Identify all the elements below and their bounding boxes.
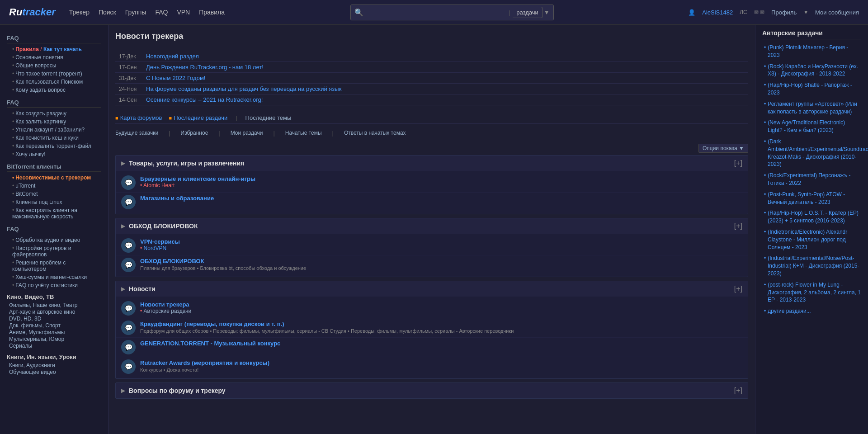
news-text[interactable]: Осенние конкурсы – 2021 на Rutracker.org… bbox=[142, 94, 748, 105]
latest-uploads-link[interactable]: ■ Последние раздачи bbox=[169, 114, 228, 121]
nav-tracker[interactable]: Трекер bbox=[69, 9, 90, 16]
news-text[interactable]: С Новым 2022 Годом! bbox=[142, 73, 748, 84]
nordvpn-link[interactable]: NordVPN bbox=[144, 245, 167, 251]
right-sidebar-item[interactable]: •(Punk) Plotnik Манагер - Берия - 2023 bbox=[762, 44, 861, 59]
future-downloads-link[interactable]: Будущие закачки bbox=[115, 130, 158, 137]
search-icon[interactable]: 🔍 bbox=[354, 8, 363, 17]
started-topics-link[interactable]: Начатые темы bbox=[285, 130, 322, 137]
section-plus-4-icon[interactable]: [+] bbox=[734, 387, 742, 395]
sidebar-utorrent[interactable]: •uTorrent bbox=[7, 182, 101, 189]
right-sidebar-item[interactable]: •Регламент группы «Артсовет» (Или как по… bbox=[762, 100, 861, 116]
sidebar-films[interactable]: Фильмы, Наше кино, Театр bbox=[9, 302, 101, 308]
favorites-link[interactable]: Избранное bbox=[181, 130, 208, 137]
author-upload-link[interactable]: (New Age/Traditional Electronic) Light? … bbox=[768, 119, 845, 133]
author-upload-link[interactable]: (Rap/Hip-Hop) Shatle - Рапортаж - 2023 bbox=[768, 82, 852, 96]
replies-link[interactable]: Ответы в начатых темах bbox=[344, 130, 406, 137]
author-upload-link[interactable]: (Rock) Карабас и НесуРазности (ех. ХЗ) -… bbox=[768, 63, 858, 77]
bypass-link[interactable]: ОБХОД БЛОКИРОВОК bbox=[140, 258, 204, 264]
forum-section-news-header[interactable]: ▶ Новости [+] bbox=[116, 281, 748, 297]
awards-link[interactable]: Rutracker Awards (мероприятия и конкурсы… bbox=[140, 359, 269, 366]
vpn-link[interactable]: VPN-сервисы bbox=[140, 238, 180, 245]
forum-map-link[interactable]: ■ Карта форумов bbox=[115, 114, 162, 121]
sidebar-create-upload[interactable]: •Как создать раздачу bbox=[7, 110, 101, 117]
sidebar-stats-faq[interactable]: •FAQ по учёту статистики bbox=[7, 282, 101, 289]
right-sidebar-item[interactable]: •(post-rock) Flower in My Lung - Дискогр… bbox=[762, 281, 861, 304]
sidebar-want-rank[interactable]: •Хочу лычку! bbox=[7, 151, 101, 158]
sidebar-audio-video[interactable]: •Обработка аудио и видео bbox=[7, 236, 101, 244]
nav-groups[interactable]: Группы bbox=[125, 9, 146, 16]
sidebar-whom-to-ask[interactable]: •Кому задать вопрос bbox=[7, 86, 101, 94]
sidebar-bitcomet[interactable]: •BitComet bbox=[7, 190, 101, 198]
right-sidebar-item[interactable]: •(Indietronica/Electronic) Alexandr Clay… bbox=[762, 228, 861, 251]
lc-link[interactable]: ЛС bbox=[740, 9, 747, 15]
options-button[interactable]: Опции показа ▼ bbox=[698, 144, 748, 153]
messages-link[interactable]: Мои сообщения bbox=[815, 9, 859, 16]
atomic-heart-link[interactable]: Atomic Heart bbox=[143, 182, 175, 189]
author-upload-link[interactable]: (Indietronica/Electronic) Alexandr Clays… bbox=[768, 229, 847, 250]
sidebar-dvd[interactable]: DVD, HD, 3D bbox=[9, 316, 101, 322]
section-plus-3-icon[interactable]: [+] bbox=[734, 285, 742, 293]
username-link[interactable]: AleSiS1482 bbox=[702, 9, 733, 16]
forum-section-goods-header[interactable]: ▶ Товары, услуги, игры и развлечения [+] bbox=[116, 156, 748, 171]
news-link[interactable]: Новогодний раздел bbox=[146, 53, 199, 60]
news-text[interactable]: Новогодний раздел bbox=[142, 51, 748, 62]
right-sidebar-item[interactable]: •(Industrial/Experimental/Noise/Post-Ind… bbox=[762, 255, 861, 277]
author-upload-link[interactable]: (post-rock) Flower in My Lung - Дискогра… bbox=[768, 282, 861, 303]
sidebar-books[interactable]: Книги, Аудиокниги bbox=[9, 362, 101, 368]
sidebar-rules-link[interactable]: •Правила / Как тут качать bbox=[7, 46, 101, 53]
nav-vpn[interactable]: VPN bbox=[177, 9, 190, 16]
sidebar-configure-client[interactable]: •Как настроить клиент на максимальную ск… bbox=[7, 207, 101, 220]
author-upload-link[interactable]: (Punk) Plotnik Манагер - Берия - 2023 bbox=[768, 44, 848, 58]
right-sidebar-item[interactable]: •другие раздачи... bbox=[762, 307, 861, 315]
author-upload-link[interactable]: (Rock/Experimental) Персонажъ - Готика -… bbox=[768, 172, 850, 186]
nav-faq[interactable]: FAQ bbox=[155, 9, 168, 16]
news-link[interactable]: На форуме созданы разделы для раздач без… bbox=[146, 85, 341, 92]
logo[interactable]: Rutracker bbox=[9, 6, 56, 18]
sidebar-incompatible-clients[interactable]: •Несовместимые с трекером bbox=[7, 174, 101, 181]
shops-link[interactable]: Магазины и образование bbox=[140, 195, 214, 202]
sidebar-how-to-search[interactable]: •Как пользоваться Поиском bbox=[7, 78, 101, 85]
right-sidebar-item[interactable]: •(Rap/Hip-Hop) L.O.S.T. - Кратер (EP) (2… bbox=[762, 209, 861, 225]
sidebar-hash[interactable]: •Хеш-сумма и магнет-ссылки bbox=[7, 274, 101, 281]
sidebar-computer-problems[interactable]: •Решение проблем с компьютером bbox=[7, 259, 101, 273]
generation-link[interactable]: GENERATION.TORRENT - Музыкальный конкурс bbox=[140, 340, 280, 347]
author-upload-link[interactable]: (Industrial/Experimental/Noise/Post-Indu… bbox=[768, 255, 859, 277]
sidebar-cartoons[interactable]: Мультсериалы, Юмор bbox=[9, 336, 101, 342]
search-input[interactable] bbox=[366, 9, 507, 16]
sidebar-anime[interactable]: Аниме, Мультфильмы bbox=[9, 329, 101, 335]
news-link[interactable]: День Рождения RuTracker.org - нам 18 лет… bbox=[146, 64, 264, 71]
author-upload-link[interactable]: (Post-Punk, Synth-Pop) ATOW - Вечный дви… bbox=[768, 191, 845, 205]
latest-topics-link[interactable]: Последние темы bbox=[245, 114, 292, 121]
sidebar-basic-concepts[interactable]: •Основные понятия bbox=[7, 54, 101, 61]
sidebar-account-stolen[interactable]: •Угнали аккаунт / забанили? bbox=[7, 126, 101, 133]
sidebar-reupload-torrent[interactable]: •Как перезалить торрент-файл bbox=[7, 142, 101, 150]
sidebar-clear-cache[interactable]: •Как почистить кеш и куки bbox=[7, 134, 101, 142]
section-plus-icon[interactable]: [+] bbox=[734, 159, 742, 167]
crowdfunding-link[interactable]: Краудфандинг (переводы, покупка дисков и… bbox=[140, 321, 284, 327]
author-upload-link[interactable]: Регламент группы «Артсовет» (Или как поп… bbox=[768, 101, 857, 115]
right-sidebar-item[interactable]: •(Rock) Карабас и НесуРазности (ех. ХЗ) … bbox=[762, 63, 861, 78]
forum-section-questions-header[interactable]: ▶ Вопросы по форуму и трекеру [+] bbox=[116, 383, 748, 398]
news-text[interactable]: День Рождения RuTracker.org - нам 18 лет… bbox=[142, 62, 748, 73]
search-dropdown-button[interactable]: раздачи bbox=[513, 7, 542, 18]
author-upload-link[interactable]: (Rap/Hip-Hop) L.O.S.T. - Кратер (EP) (20… bbox=[768, 210, 859, 224]
right-sidebar-item[interactable]: •(Post-Punk, Synth-Pop) ATOW - Вечный дв… bbox=[762, 191, 861, 206]
sidebar-upload-image[interactable]: •Как залить картинку bbox=[7, 118, 101, 125]
sidebar-what-is-torrent[interactable]: •Что такое torrent (торрент) bbox=[7, 70, 101, 77]
sidebar-docs[interactable]: Док. фильмы, Спорт bbox=[9, 322, 101, 329]
section-plus-2-icon[interactable]: [+] bbox=[734, 222, 742, 230]
right-sidebar-item[interactable]: •(Rock/Experimental) Персонажъ - Готика … bbox=[762, 172, 861, 187]
sidebar-linux-clients[interactable]: •Клиенты под Linux bbox=[7, 198, 101, 206]
sidebar-general-questions[interactable]: •Общие вопросы bbox=[7, 62, 101, 69]
author-upload-link[interactable]: (Dark Ambient/Ambient/Experimental/Sound… bbox=[768, 138, 868, 167]
right-sidebar-item[interactable]: •(New Age/Traditional Electronic) Light?… bbox=[762, 119, 861, 134]
nav-search[interactable]: Поиск bbox=[99, 9, 116, 16]
news-text[interactable]: На форуме созданы разделы для раздач без… bbox=[142, 84, 748, 94]
nav-rules[interactable]: Правила bbox=[199, 9, 225, 16]
browser-games-link[interactable]: Браузерные и клиентские онлайн-игры bbox=[140, 175, 255, 182]
sidebar-arthouse[interactable]: Арт-хаус и авторское кино bbox=[9, 309, 101, 315]
sidebar-serials[interactable]: Сериалы bbox=[9, 343, 101, 349]
sidebar-edu-video[interactable]: Обучающее видео bbox=[9, 369, 101, 375]
my-uploads-link[interactable]: Мои раздачи bbox=[231, 130, 263, 137]
sidebar-routers[interactable]: •Настройки роутеров и файерволлов bbox=[7, 245, 101, 258]
